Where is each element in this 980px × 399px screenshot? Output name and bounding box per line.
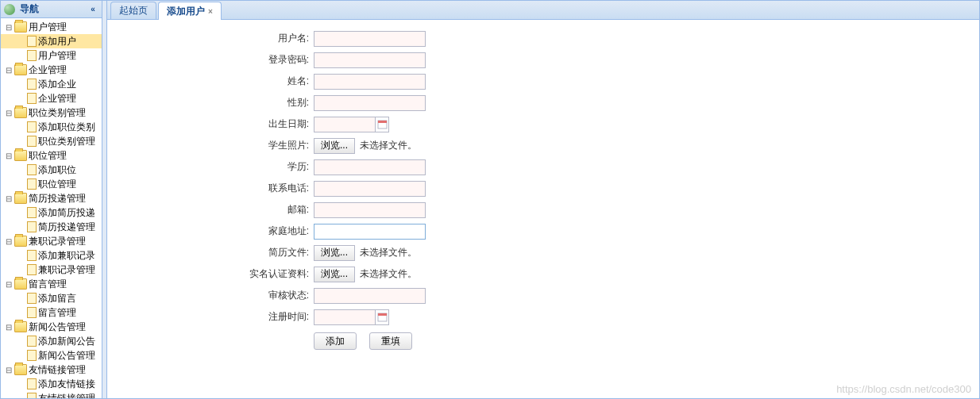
- tab[interactable]: 添加用户×: [158, 2, 222, 20]
- tab-label: 添加用户: [167, 5, 205, 18]
- input-birthdate[interactable]: [314, 117, 376, 132]
- input-email[interactable]: [314, 202, 426, 218]
- tree-group-label: 留言管理: [29, 278, 67, 291]
- input-password[interactable]: [314, 52, 426, 68]
- calendar-icon[interactable]: [376, 117, 389, 132]
- tree-item-label: 职位类别管理: [38, 135, 95, 148]
- tree-item[interactable]: 添加新闻公告: [1, 334, 102, 348]
- tree-group[interactable]: 友情链接管理: [1, 363, 102, 377]
- browse-button-resume[interactable]: 浏览...: [314, 245, 355, 261]
- tree-item[interactable]: 留言管理: [1, 305, 102, 320]
- label-register-time: 注册时间:: [107, 310, 314, 324]
- expand-toggle-icon[interactable]: [4, 279, 14, 289]
- tree-item[interactable]: 友情链接管理: [1, 391, 102, 398]
- tree-item-label: 添加兼职记录: [38, 249, 95, 263]
- tree-item-label: 添加用户: [38, 35, 76, 48]
- expand-toggle-icon[interactable]: [4, 108, 14, 117]
- browse-button-photo[interactable]: 浏览...: [314, 138, 355, 154]
- tree-item[interactable]: 简历投递管理: [1, 220, 102, 234]
- tree-item[interactable]: 添加友情链接: [1, 377, 102, 391]
- folder-icon: [14, 107, 27, 118]
- expand-toggle-icon[interactable]: [4, 236, 14, 246]
- expand-toggle-icon[interactable]: [4, 322, 14, 332]
- file-status-resume: 未选择文件。: [360, 246, 417, 259]
- label-username: 用户名:: [107, 32, 314, 45]
- file-icon: [27, 250, 37, 261]
- tree-item[interactable]: 新闻公告管理: [1, 348, 102, 363]
- folder-icon: [14, 193, 27, 204]
- tree-item[interactable]: 添加企业: [1, 77, 102, 91]
- input-education[interactable]: [314, 159, 426, 175]
- expand-toggle-icon[interactable]: [4, 151, 14, 160]
- file-icon: [27, 136, 37, 147]
- file-icon: [27, 93, 37, 104]
- tree-group-label: 简历投递管理: [29, 192, 86, 205]
- input-gender[interactable]: [314, 95, 426, 111]
- file-icon: [27, 293, 37, 304]
- tree-item[interactable]: 企业管理: [1, 91, 102, 106]
- tree-item-label: 添加职位类别: [38, 121, 95, 134]
- browse-button-realname[interactable]: 浏览...: [314, 267, 355, 282]
- label-name: 姓名:: [107, 75, 314, 88]
- tree-item[interactable]: 兼职记录管理: [1, 263, 102, 277]
- tree-group[interactable]: 兼职记录管理: [1, 234, 102, 248]
- expand-toggle-icon[interactable]: [4, 22, 14, 32]
- tree-item-label: 企业管理: [38, 92, 76, 106]
- tree-item[interactable]: 职位类别管理: [1, 134, 102, 148]
- close-icon[interactable]: ×: [208, 7, 213, 16]
- expand-toggle-icon[interactable]: [4, 65, 14, 75]
- input-username[interactable]: [314, 31, 426, 47]
- label-password: 登录密码:: [107, 53, 314, 67]
- tree-item[interactable]: 添加兼职记录: [1, 248, 102, 263]
- svg-rect-3: [378, 313, 387, 316]
- file-icon: [27, 121, 37, 132]
- tree-group-label: 用户管理: [29, 21, 67, 34]
- expand-toggle-icon[interactable]: [4, 365, 14, 374]
- file-icon: [27, 79, 37, 90]
- input-name[interactable]: [314, 74, 426, 90]
- tree-item[interactable]: 职位管理: [1, 177, 102, 191]
- tree-group[interactable]: 职位类别管理: [1, 106, 102, 120]
- label-resume-file: 简历文件:: [107, 246, 314, 259]
- tree-group[interactable]: 企业管理: [1, 63, 102, 77]
- tree-item[interactable]: 添加用户: [1, 34, 102, 48]
- tree-item[interactable]: 用户管理: [1, 48, 102, 63]
- folder-icon: [14, 278, 27, 290]
- tab-label: 起始页: [119, 4, 148, 17]
- label-student-photo: 学生照片:: [107, 139, 314, 152]
- file-icon: [27, 207, 37, 218]
- label-realname-doc: 实名认证资料:: [107, 267, 314, 281]
- input-audit-status[interactable]: [314, 288, 426, 304]
- tree-item[interactable]: 添加简历投递: [1, 205, 102, 220]
- tree-group-label: 新闻公告管理: [29, 320, 86, 334]
- nav-tree: 用户管理添加用户用户管理企业管理添加企业企业管理职位类别管理添加职位类别职位类别…: [1, 18, 102, 398]
- tree-item[interactable]: 添加职位类别: [1, 120, 102, 134]
- tree-group[interactable]: 留言管理: [1, 277, 102, 291]
- tree-item-label: 添加新闻公告: [38, 335, 95, 348]
- tree-item-label: 添加简历投递: [38, 206, 95, 220]
- tree-group[interactable]: 职位管理: [1, 148, 102, 163]
- tree-group[interactable]: 简历投递管理: [1, 191, 102, 205]
- file-icon: [27, 36, 37, 47]
- tree-item[interactable]: 添加职位: [1, 163, 102, 177]
- expand-toggle-icon[interactable]: [4, 194, 14, 203]
- tree-group[interactable]: 新闻公告管理: [1, 320, 102, 334]
- svg-rect-1: [378, 121, 387, 123]
- input-register-time[interactable]: [314, 309, 376, 325]
- reset-button[interactable]: 重填: [369, 332, 412, 350]
- tree-group[interactable]: 用户管理: [1, 20, 102, 34]
- label-phone: 联系电话:: [107, 182, 314, 195]
- tree-item-label: 添加留言: [38, 292, 76, 305]
- input-phone[interactable]: [314, 181, 426, 197]
- add-button[interactable]: 添加: [314, 332, 357, 350]
- label-education: 学历:: [107, 160, 314, 174]
- folder-icon: [14, 64, 27, 75]
- file-icon: [27, 50, 37, 61]
- tree-item[interactable]: 添加留言: [1, 291, 102, 305]
- folder-icon: [14, 321, 27, 332]
- folder-icon: [14, 236, 27, 247]
- calendar-icon[interactable]: [376, 309, 389, 325]
- input-address[interactable]: [314, 224, 426, 240]
- tab[interactable]: 起始页: [110, 2, 156, 19]
- collapse-icon[interactable]: «: [87, 4, 98, 15]
